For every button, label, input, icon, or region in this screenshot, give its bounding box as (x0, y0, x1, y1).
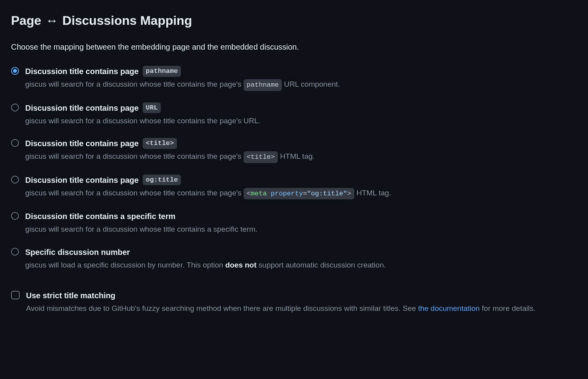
option-description: giscus will search for a discussion whos… (25, 188, 577, 200)
mapping-option-label[interactable]: Discussion title contains page URL giscu… (11, 102, 577, 127)
option-content: Specific discussion number giscus will l… (25, 246, 577, 271)
option-content: Discussion title contains page <title> g… (25, 137, 577, 163)
mapping-option-label[interactable]: Discussion title contains page pathname … (11, 65, 577, 91)
eq-sign: = (303, 190, 307, 197)
option-description: giscus will search for a discussion whos… (25, 224, 577, 235)
option-content: Discussion title contains page URL giscu… (25, 102, 577, 127)
mapping-option-label[interactable]: Discussion title contains page og:title … (11, 174, 577, 200)
mapping-option-url: Discussion title contains page URL giscu… (11, 102, 577, 127)
option-content: Discussion title contains page og:title … (25, 174, 577, 200)
radio-specific-term[interactable] (11, 212, 19, 220)
attr-value: "og:title" (307, 190, 347, 197)
option-content: Use strict title matching Avoid mismatch… (26, 290, 577, 314)
heading-suffix: Discussions Mapping (62, 13, 192, 28)
option-title: Specific discussion number (25, 246, 577, 258)
radio-number[interactable] (11, 248, 19, 256)
code-badge-pathname: pathname (143, 66, 181, 77)
mapping-option-title: Discussion title contains page <title> g… (11, 137, 577, 163)
mapping-option-pathname: Discussion title contains page pathname … (11, 65, 577, 91)
section-heading: Page ↔ Discussions Mapping (11, 11, 577, 30)
radio-title[interactable] (11, 139, 19, 147)
option-title-text: Discussion title contains a specific ter… (25, 210, 175, 222)
double-arrow-icon: ↔ (45, 11, 58, 30)
option-description: giscus will search for a discussion whos… (25, 151, 577, 163)
option-title: Discussion title contains page URL (25, 102, 577, 114)
mapping-option-ogtitle: Discussion title contains page og:title … (11, 174, 577, 200)
desc-before: giscus will search for a discussion whos… (25, 80, 244, 88)
option-title: Discussion title contains page <title> (25, 137, 577, 149)
desc-before: giscus will search for a discussion whos… (25, 152, 244, 160)
option-description: giscus will search for a discussion whos… (25, 115, 577, 127)
strict-option-label[interactable]: Use strict title matching Avoid mismatch… (11, 290, 577, 314)
radio-ogtitle[interactable] (11, 176, 19, 184)
mapping-option-label[interactable]: Specific discussion number giscus will l… (11, 246, 577, 271)
desc-after: HTML tag. (278, 152, 314, 160)
code-badge-url: URL (143, 102, 161, 113)
desc-after: support automatic discussion creation. (257, 261, 386, 269)
tag-name: meta (251, 190, 267, 197)
option-title-text: Discussion title contains page (25, 137, 139, 149)
section-subtitle: Choose the mapping between the embedding… (11, 41, 577, 53)
option-title-text: Use strict title matching (26, 290, 115, 301)
option-title-text: Discussion title contains page (25, 65, 139, 77)
code-inline-meta: <meta property="og:title"> (244, 188, 354, 200)
mapping-option-label[interactable]: Discussion title contains a specific ter… (11, 210, 577, 235)
bracket-close: > (347, 190, 351, 197)
mapping-option-number: Specific discussion number giscus will l… (11, 246, 577, 271)
radio-pathname[interactable] (11, 67, 19, 75)
option-title-text: Discussion title contains page (25, 174, 139, 186)
option-description: Avoid mismatches due to GitHub's fuzzy s… (26, 303, 577, 314)
code-inline-title: <title> (244, 151, 278, 163)
desc-before: giscus will load a specific discussion b… (25, 261, 225, 269)
option-content: Discussion title contains page pathname … (25, 65, 577, 91)
code-inline-pathname: pathname (244, 79, 282, 91)
desc-after: for more details. (480, 304, 536, 312)
desc-before: giscus will search for a discussion whos… (25, 189, 244, 197)
checkbox-strict[interactable] (11, 291, 20, 299)
desc-before: Avoid mismatches due to GitHub's fuzzy s… (26, 304, 418, 312)
documentation-link[interactable]: the documentation (418, 304, 480, 312)
attr-name: property (271, 190, 303, 197)
desc-strong: does not (225, 261, 257, 269)
option-title: Discussion title contains page og:title (25, 174, 577, 186)
desc-after: HTML tag. (354, 189, 391, 197)
option-content: Discussion title contains a specific ter… (25, 210, 577, 235)
desc-after: URL component. (282, 80, 340, 88)
option-description: giscus will load a specific discussion b… (25, 260, 577, 271)
option-title: Discussion title contains a specific ter… (25, 210, 577, 222)
code-badge-ogtitle: og:title (143, 175, 181, 186)
option-title: Use strict title matching (26, 290, 577, 301)
mapping-option-specific-term: Discussion title contains a specific ter… (11, 210, 577, 235)
heading-prefix: Page (11, 13, 41, 28)
radio-url[interactable] (11, 104, 19, 111)
option-description: giscus will search for a discussion whos… (25, 79, 577, 91)
code-badge-title: <title> (143, 138, 177, 149)
mapping-option-label[interactable]: Discussion title contains page <title> g… (11, 137, 577, 163)
option-title: Discussion title contains page pathname (25, 65, 577, 77)
strict-matching-option: Use strict title matching Avoid mismatch… (11, 290, 577, 314)
option-title-text: Discussion title contains page (25, 102, 139, 114)
bracket-open: < (247, 190, 251, 197)
option-title-text: Specific discussion number (25, 246, 130, 258)
